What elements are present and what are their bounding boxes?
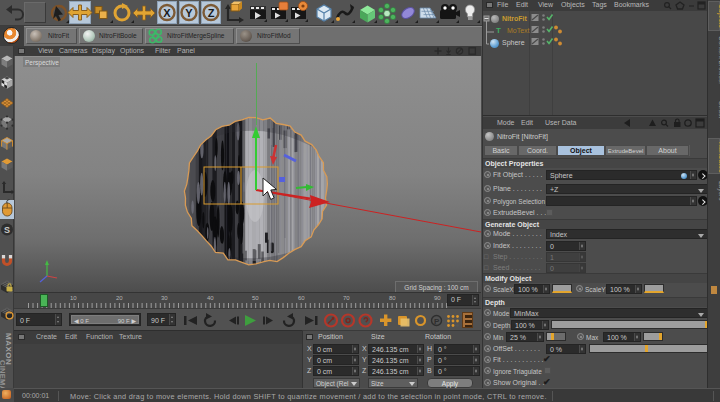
- svg-text:Y: Y: [185, 7, 193, 19]
- svg-text:S: S: [4, 225, 10, 235]
- svg-text:Objects: Objects: [717, 4, 720, 28]
- svg-text:Z: Z: [208, 7, 215, 19]
- svg-text:X: X: [163, 7, 171, 19]
- svg-text:Layers: Layers: [717, 181, 720, 201]
- svg-text:P: P: [434, 317, 440, 326]
